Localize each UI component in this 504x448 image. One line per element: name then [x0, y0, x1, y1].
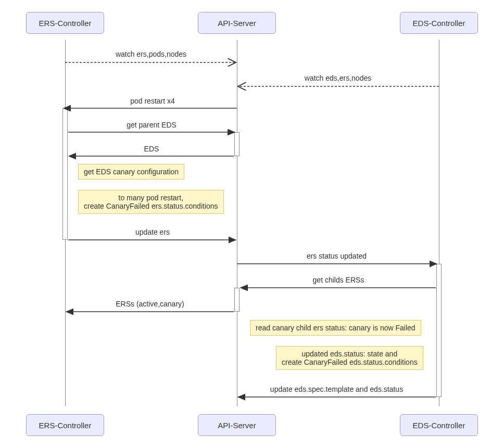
lifeline-api: [237, 40, 237, 406]
msg-get-childs: get childs ERSs: [241, 276, 436, 284]
note-text-line2: create CanaryFailed ers.status.condition…: [84, 202, 218, 210]
participant-api-top: API-Server: [198, 12, 276, 34]
participant-label: ERS-Controller: [39, 19, 92, 28]
participant-label: API-Server: [218, 421, 256, 430]
participant-ers-bottom: ERS-Controller: [26, 414, 104, 436]
note-text: get EDS canary configuration: [84, 168, 179, 176]
participant-ers-top: ERS-Controller: [26, 12, 104, 34]
note-text-line2: create CanaryFailed eds.status.condition…: [282, 358, 418, 366]
msg-get-parent-eds: get parent EDS: [69, 121, 234, 129]
msg-erss-active-canary: ERSs (active,canary): [65, 300, 235, 308]
activation-ers-1: [62, 108, 68, 240]
arrows-layer: [0, 0, 504, 448]
activation-api-2: [234, 288, 240, 312]
msg-eds-reply: EDS: [69, 145, 234, 153]
participant-label: ERS-Controller: [39, 421, 92, 430]
participant-label: EDS-Controller: [413, 421, 465, 430]
participant-label: EDS-Controller: [413, 19, 465, 28]
note-updated-eds-status: updated eds.status: state and create Can…: [276, 346, 423, 370]
note-many-pod-restart: to many pod restart, create CanaryFailed…: [78, 190, 224, 214]
participant-eds-bottom: EDS-Controller: [400, 414, 478, 436]
participant-label: API-Server: [218, 19, 256, 28]
activation-api-1: [234, 132, 240, 156]
sequence-diagram: ERS-Controller API-Server EDS-Controller…: [0, 0, 504, 448]
participant-api-bottom: API-Server: [198, 414, 276, 436]
note-text-line1: updated eds.status: state and: [302, 350, 398, 358]
msg-pod-restart: pod restart x4: [69, 97, 236, 105]
activation-eds-1: [436, 264, 442, 397]
msg-ers-status-updated: ers status updated: [237, 252, 436, 260]
participant-eds-top: EDS-Controller: [400, 12, 478, 34]
msg-watch-ers: watch ers,pods,nodes: [65, 50, 237, 58]
msg-update-eds-spec: update eds.spec.template and eds.status: [237, 385, 436, 393]
note-text-line1: to many pod restart,: [119, 194, 184, 202]
note-get-canary-config: get EDS canary configuration: [78, 164, 184, 180]
note-text: read canary child ers status: canary is …: [256, 324, 415, 332]
msg-update-ers: update ers: [69, 228, 236, 236]
msg-watch-eds: watch eds,ers,nodes: [237, 74, 439, 82]
note-read-canary-status: read canary child ers status: canary is …: [250, 320, 421, 336]
